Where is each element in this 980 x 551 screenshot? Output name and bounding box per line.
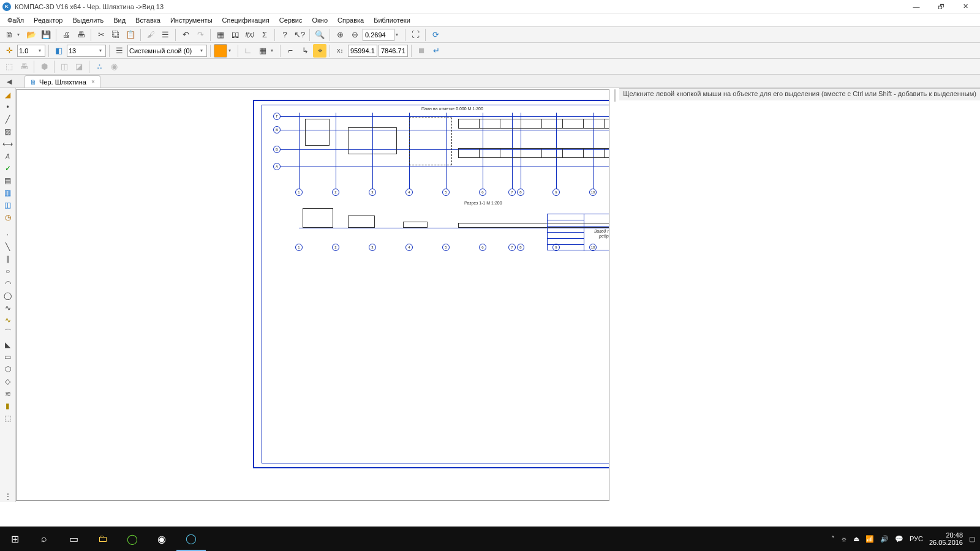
search-icon[interactable]: ⌕ [29,527,59,551]
menu-insert[interactable]: Вставка [130,15,165,25]
properties-icon[interactable]: ☰ [159,28,172,42]
local-cs-icon[interactable]: ↳ [298,44,312,58]
brush-icon[interactable]: 🖌 [144,28,157,42]
tray-clock[interactable]: 20:48 26.05.2016 [929,531,963,546]
zoom-field[interactable] [363,29,394,41]
zoom-in-icon[interactable]: ⊕ [333,28,347,42]
snap-icon[interactable]: ✛ [2,44,16,58]
geometry-icon[interactable]: ◢ [1,89,15,100]
layer-number-combo[interactable]: ▾ [67,45,106,57]
layers-panel-icon[interactable]: ☰ [113,44,126,58]
new-file-icon[interactable]: 🗎 [2,28,16,42]
text-icon[interactable]: A [1,151,15,162]
contour-icon[interactable]: ◇ [1,376,15,387]
menu-edit[interactable]: Редактор [29,15,67,25]
stop-icon[interactable]: ⏹ [415,44,428,58]
coord-x-field[interactable] [348,45,377,57]
bezier-icon[interactable]: ∿ [1,315,15,326]
equid-icon[interactable]: ≋ [1,388,15,399]
polygon-icon[interactable]: ⬡ [1,364,15,375]
tray-input-icon[interactable]: ▢ [969,535,975,543]
command-line[interactable] [614,89,616,102]
menu-service[interactable]: Сервис [274,15,307,25]
close-button[interactable]: ✕ [953,1,978,13]
menu-help[interactable]: Справка [333,15,369,25]
cut-icon[interactable]: ✂ [94,28,108,42]
tray-language[interactable]: РУС [910,535,923,542]
t3-4-icon[interactable]: ◫ [58,60,71,73]
tray-safely-remove-icon[interactable]: ⏏ [853,535,859,543]
explorer-icon[interactable]: 🗀 [88,527,118,551]
coord-y-field[interactable] [379,45,408,57]
print-icon[interactable]: 🖨 [59,28,73,42]
point-icon[interactable]: • [1,102,15,113]
t3-5-icon[interactable]: ◪ [72,60,86,73]
chamfer-icon[interactable]: ◣ [1,339,15,350]
arc-icon[interactable]: ◠ [1,278,15,289]
color-icon[interactable] [214,44,227,58]
collect-icon[interactable]: ⬚ [1,413,15,424]
copy-icon[interactable]: ⿻ [109,28,123,42]
edit-icon[interactable]: ▥ [1,187,15,198]
kompas-taskbar-icon[interactable]: ◯ [176,527,206,551]
tray-volume-icon[interactable]: 🔊 [880,535,889,543]
chrome-icon[interactable]: ◉ [147,527,176,551]
vars-icon[interactable]: Σ [258,28,271,42]
layer-icon[interactable]: ◧ [52,44,66,58]
menu-file[interactable]: Файл [2,15,29,25]
minimize-button[interactable]: — [904,1,929,13]
fx-icon[interactable]: f(x) [243,28,257,42]
library-mgr-icon[interactable]: 🕮 [228,28,242,42]
zoom-window-icon[interactable]: 🔍 [313,28,326,42]
parallel-icon[interactable]: ∥ [1,253,15,264]
layer-name-combo[interactable]: ▾ [127,45,207,57]
taskview-icon[interactable]: ▭ [59,527,88,551]
t3-3-icon[interactable]: ⬢ [37,60,51,73]
menu-tools[interactable]: Инструменты [165,15,217,25]
save-icon[interactable]: 💾 [39,28,53,42]
redo-icon[interactable]: ↷ [194,28,207,42]
accept-icon[interactable]: ↵ [429,44,443,58]
views-icon[interactable]: ◫ [1,200,15,211]
whatsthis-icon[interactable]: ↖? [293,28,306,42]
snap-toggle-icon[interactable]: ⌖ [313,44,326,58]
paste-icon[interactable]: 📋 [124,28,137,42]
refresh-icon[interactable]: ⟳ [429,28,442,42]
t3-1-icon[interactable]: ⬚ [2,60,16,73]
coord-icon[interactable]: ⌐ [284,44,297,58]
grid-icon[interactable]: ▦ [256,44,270,58]
segment-icon[interactable]: ╲ [1,241,15,252]
maximize-button[interactable]: 🗗 [929,1,953,13]
fillet-icon[interactable]: ⌒ [1,327,15,338]
tab-close-icon[interactable]: × [91,78,95,85]
print-preview-icon[interactable]: 🖶 [74,28,88,42]
fill-icon[interactable]: ▮ [1,400,15,411]
line-icon[interactable]: ╱ [1,114,15,125]
menu-window[interactable]: Окно [307,15,333,25]
menu-select[interactable]: Выделить [67,15,108,25]
tray-night-icon[interactable]: ☼ [841,535,847,542]
open-file-icon[interactable]: 📂 [24,28,38,42]
pin-icon[interactable]: ◀ [2,76,16,87]
zoom-out-icon[interactable]: ⊖ [348,28,361,42]
tray-wifi-icon[interactable]: 📶 [865,535,874,543]
drawing-canvas[interactable]: План на отметке 0.000 М 1:200 Г В Б А 1 … [16,89,609,501]
t3-7-icon[interactable]: ◉ [107,60,121,73]
leftbar-exp-icon[interactable]: ⋮ [1,491,15,502]
line-thickness-combo[interactable]: ▾ [17,45,45,57]
t3-6-icon[interactable]: ⛬ [92,60,106,73]
help-icon[interactable]: ? [278,28,292,42]
rough-icon[interactable]: ✓ [1,163,15,174]
tray-notifications-icon[interactable]: 💬 [895,535,903,543]
circle-icon[interactable]: ○ [1,266,15,277]
param-icon[interactable]: ◷ [1,212,15,223]
menu-spec[interactable]: Спецификация [217,15,274,25]
ortho-icon[interactable]: ∟ [241,44,255,58]
t3-2-icon[interactable]: 🖶 [17,60,31,73]
menu-view[interactable]: Вид [108,15,130,25]
spline-icon[interactable]: ∿ [1,302,15,313]
dim-icon[interactable]: ⟷ [1,138,15,149]
start-button[interactable]: ⊞ [0,527,29,551]
tray-chevron-icon[interactable]: ˄ [831,535,835,543]
rect-icon[interactable]: ▭ [1,351,15,362]
